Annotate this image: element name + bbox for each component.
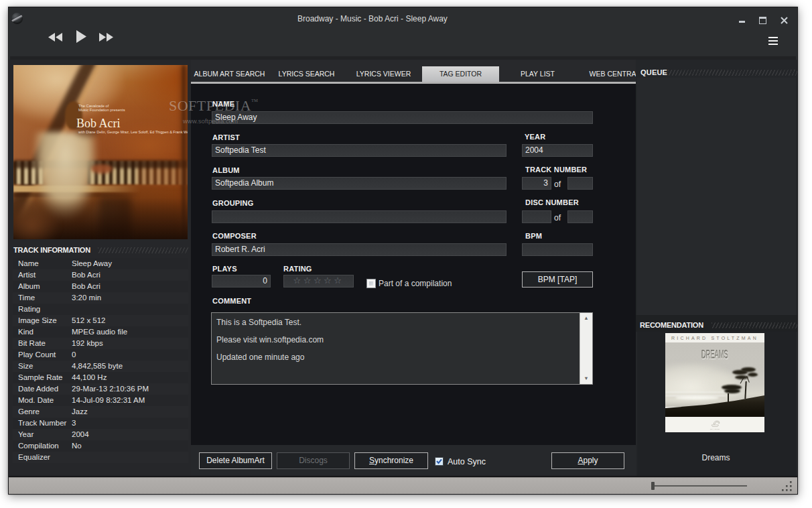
svg-text:RCA VICTOR: RCA VICTOR [710, 428, 720, 430]
